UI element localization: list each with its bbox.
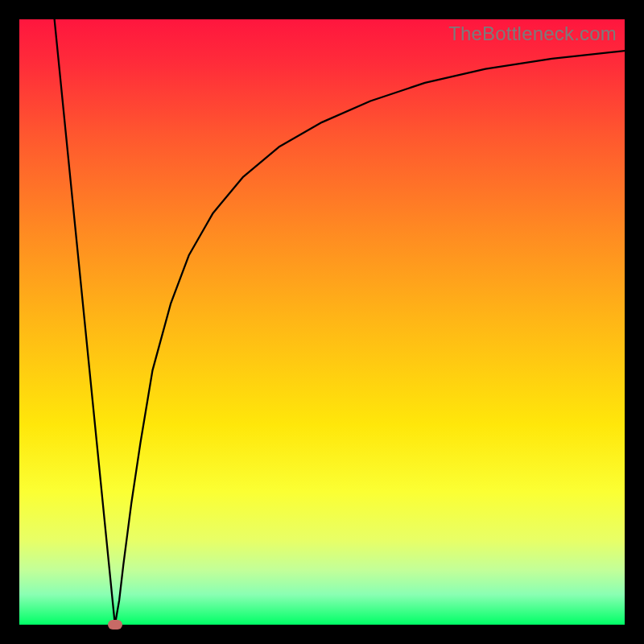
- curve-path: [55, 19, 625, 625]
- minimum-marker: [108, 620, 122, 630]
- chart-frame: TheBottleneck.com: [0, 0, 644, 644]
- plot-area: TheBottleneck.com: [19, 19, 625, 625]
- curve-svg: [19, 19, 625, 625]
